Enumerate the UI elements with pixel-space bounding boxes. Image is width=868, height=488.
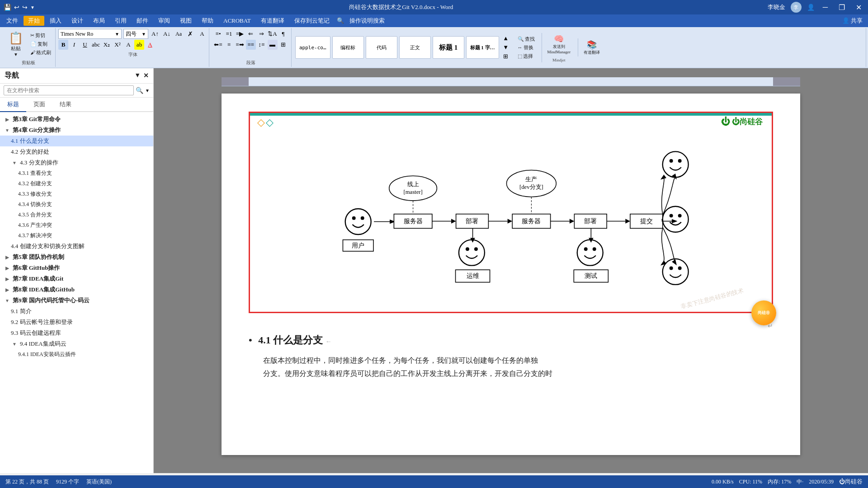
nav-item-ch6[interactable]: ▶ 第6章 GitHub操作 [0,263,153,273]
font-name-dropdown[interactable]: ▼ [115,32,119,37]
italic-button[interactable]: I [69,40,79,50]
nav-item-ch9[interactable]: ▼ 第9章 国内代码托管中心-码云 [0,295,153,306]
menu-search-ops[interactable]: 操作说明搜索 [345,16,389,26]
style-apple-co[interactable]: apple-co… [295,36,330,59]
nav-item-ch4-4[interactable]: 4.4 创建分支和切换分支图解 [0,241,153,252]
style-more-arrow[interactable]: ⊞ [501,52,511,61]
style-biaoti1-zi[interactable]: 标题 1 字… [466,36,499,59]
nav-item-ch8[interactable]: ▶ 第8章 IDEA集成GitHub [0,284,153,295]
menu-home[interactable]: 开始 [24,16,44,26]
menu-insert[interactable]: 插入 [45,16,66,26]
show-marks-button[interactable]: ¶ [278,29,288,39]
restore-btn[interactable]: ❐ [836,2,848,13]
style-biaoti1[interactable]: 标题 1 [433,36,464,59]
save-icon[interactable]: 💾 [4,4,11,11]
ch6-toggle[interactable]: ▶ [4,266,11,271]
doc-paragraph-1[interactable]: 在版本控制过程中，同时推进多个任务，为每个任务，我们就可以创建每个任务的单独 [249,354,773,367]
cut-button[interactable]: ✂ 剪切 [29,32,52,39]
account-icon[interactable]: 👤 [807,4,815,11]
align-left-button[interactable]: ⬅≡ [213,40,223,50]
nav-item-ch9-3[interactable]: 9.3 码云创建远程库 [0,328,153,338]
nav-search-icon[interactable]: 🔍 [136,87,143,94]
ch7-toggle[interactable]: ▶ [4,277,11,282]
format-painter-button[interactable]: 🖌 格式刷 [29,49,52,56]
ch4-toggle[interactable]: ▼ [4,128,11,133]
float-help-ball[interactable]: 尚硅谷 [751,300,776,325]
find-button[interactable]: 🔍 查找 [516,35,536,43]
nav-item-ch9-1[interactable]: 9.1 简介 [0,306,153,317]
strikethrough-button[interactable]: abc [91,40,101,50]
minimize-btn[interactable]: ─ [820,2,830,12]
font-size-increase[interactable]: A↑ [150,29,160,39]
menu-review[interactable]: 审阅 [154,16,175,26]
text-effect-button[interactable]: A [123,40,133,50]
nav-item-ch9-4-1[interactable]: 9.4.1 IDEA安装码云插件 [0,349,153,360]
menu-youdao[interactable]: 有道翻译 [256,16,289,26]
multilevel-list-button[interactable]: ≡▶ [235,29,245,39]
decrease-indent-button[interactable]: ⇐ [246,29,256,39]
style-down-arrow[interactable]: ▼ [501,43,511,52]
doc-paragraph-2[interactable]: 分支。使用分支意味着程序员可以把自己的工作从开发主线上分离开来，开发自己分支的时 [249,367,773,380]
nav-item-ch4-3-5[interactable]: 4.3.5 合并分支 [0,210,153,220]
nav-item-ch7[interactable]: ▶ 第7章 IDEA集成Git [0,273,153,284]
style-up-arrow[interactable]: ▲ [501,34,511,43]
nav-item-ch3[interactable]: ▶ 第3章 Git常用命令 [0,114,153,125]
copy-button[interactable]: 📄 复制 [29,40,52,48]
menu-save-cloud[interactable]: 保存到云笔记 [290,16,334,26]
increase-indent-button[interactable]: ⇒ [257,29,267,39]
menu-file[interactable]: 文件 [2,16,23,26]
nav-close-icon[interactable]: ✕ [143,72,149,80]
number-list-button[interactable]: ≡1 [224,29,234,39]
ch8-toggle[interactable]: ▶ [4,287,11,292]
menu-design[interactable]: 设计 [67,16,88,26]
font-size-dropdown[interactable]: ▼ [142,32,146,37]
font-case-button[interactable]: Aa [174,29,184,39]
border-button[interactable]: ⊞ [278,40,288,50]
sort-button[interactable]: ⇅A [268,29,278,39]
user-avatar[interactable]: 李 [791,2,802,13]
ch4-3-toggle[interactable]: ▼ [11,160,18,165]
align-center-button[interactable]: ≡ [224,40,234,50]
nav-item-ch4[interactable]: ▼ 第4章 Git分支操作 [0,125,153,136]
ch9-4-toggle[interactable]: ▼ [11,342,18,347]
style-biancheng[interactable]: 编程标 [332,36,364,59]
doc-area[interactable]: ◇ ◇ ⏻ ⏻尚硅谷 [154,68,868,473]
menu-view[interactable]: 视图 [175,16,196,26]
nav-item-ch4-3-4[interactable]: 4.3.4 切换分支 [0,199,153,210]
underline-button[interactable]: U [80,40,90,50]
font-style-button[interactable]: A [197,29,207,39]
nav-item-ch4-1[interactable]: 4.1 什么是分支 [0,136,153,146]
nav-menu-icon[interactable]: ▼ [134,72,141,80]
select-button[interactable]: ⬚ 选择 [516,52,536,60]
nav-item-ch4-3-3[interactable]: 4.3.3 修改分支 [0,189,153,199]
subscript-button[interactable]: X₂ [102,40,112,50]
style-zhengwen[interactable]: 正文 [399,36,431,59]
ch5-toggle[interactable]: ▶ [4,255,11,260]
clear-format-button[interactable]: ✗ [185,29,195,39]
youdao-button[interactable]: 📚 有道翻译 [582,38,602,56]
shading-button[interactable]: ▬ [268,40,278,50]
nav-tab-pages[interactable]: 页面 [26,98,52,112]
bold-button[interactable]: B [58,40,68,50]
menu-references[interactable]: 引用 [110,16,131,26]
nav-item-ch4-3-1[interactable]: 4.3.1 查看分支 [0,168,153,178]
section-heading[interactable]: 4.1 什么是分支 ← [249,333,773,347]
mindmanager-button[interactable]: 🧠 发送到MindManager [546,33,573,55]
paste-button[interactable]: 📋 粘贴 ▼ [5,30,27,58]
font-name-selector[interactable]: Times New Ro ▼ [58,29,122,39]
ch9-toggle[interactable]: ▼ [4,298,11,303]
nav-item-ch9-4[interactable]: ▼ 9.4 IDEA集成码云 [0,338,153,349]
nav-item-ch4-3-7[interactable]: 4.3.7 解决冲突 [0,230,153,241]
nav-item-ch4-2[interactable]: 4.2 分支的好处 [0,146,153,157]
align-right-button[interactable]: ≡➡ [235,40,245,50]
nav-item-ch4-3-6[interactable]: 4.3.6 产生冲突 [0,220,153,230]
nav-search-dropdown[interactable]: ▼ [145,88,150,93]
nav-tab-results[interactable]: 结果 [52,98,79,112]
font-color-button[interactable]: A [145,40,155,50]
bullet-list-button[interactable]: ≡• [213,29,223,39]
redo-icon[interactable]: ↪ [22,4,28,11]
font-size-selector[interactable]: 四号 ▼ [123,29,148,39]
menu-acrobat[interactable]: ACROBAT [219,16,255,25]
nav-search-input[interactable] [4,85,134,95]
undo-icon[interactable]: ↩ [14,4,19,11]
